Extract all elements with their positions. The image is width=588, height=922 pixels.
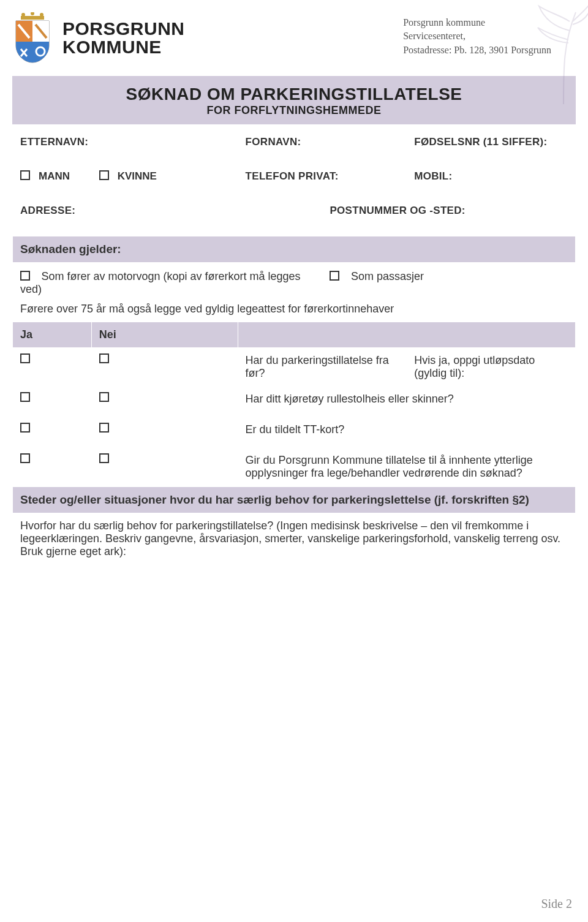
note-75: Førere over 75 år må også legge ved gyld… <box>20 303 394 315</box>
question-1: Har du parkeringstillatelse fra før? <box>246 354 389 379</box>
sender-address: Porsgrunn kommune Servicesenteret, Posta… <box>403 16 551 57</box>
logo: PORSGRUNN KOMMUNE <box>12 12 185 64</box>
page: PORSGRUNN KOMMUNE Porsgrunn kommune Serv… <box>0 0 588 922</box>
checkbox-passasjer[interactable] <box>330 271 339 281</box>
label-mann: MANN <box>39 170 70 183</box>
form-table: ETTERNAVN: FORNAVN: FØDSELSNR (11 SIFFER… <box>12 124 576 832</box>
svg-rect-0 <box>21 16 44 20</box>
label-telefon-privat: TELEFON PRIVAT: <box>246 170 339 182</box>
svg-point-2 <box>31 12 34 15</box>
col-nei: Nei <box>99 328 116 341</box>
prompt-steder: Hvorfor har du særlig behov for parkerin… <box>20 520 560 557</box>
checkbox-q4-ja[interactable] <box>20 453 30 463</box>
checkbox-kvinne[interactable] <box>99 170 109 180</box>
coat-of-arms-icon <box>12 12 53 64</box>
checkbox-q1-ja[interactable] <box>20 353 30 363</box>
form-subtitle: FOR FORFLYTNINGSHEMMEDE <box>18 104 570 117</box>
checkbox-q4-nei[interactable] <box>99 453 109 463</box>
heading-soknaden-gjelder: Søknaden gjelder: <box>20 243 121 255</box>
checkbox-q2-ja[interactable] <box>20 392 30 402</box>
checkbox-mann[interactable] <box>20 170 30 180</box>
label-etternavn: ETTERNAVN: <box>20 136 88 148</box>
label-fodselsnr: FØDSELSNR (11 SIFFER): <box>414 136 547 148</box>
checkbox-q3-nei[interactable] <box>99 423 109 433</box>
sender-line1: Porsgrunn kommune <box>403 16 551 29</box>
svg-point-1 <box>21 13 25 17</box>
sender-line3: Postadresse: Pb. 128, 3901 Porsgrunn <box>403 43 551 57</box>
checkbox-q2-nei[interactable] <box>99 392 109 402</box>
question-3: Er du tildelt TT-kort? <box>246 423 345 436</box>
question-2: Har ditt kjøretøy rullestolheis eller sk… <box>246 393 454 405</box>
label-postnummer: POSTNUMMER OG -STED: <box>330 205 465 216</box>
option-passasjer: Som passasjer <box>351 270 424 282</box>
label-mobil: MOBIL: <box>414 170 452 182</box>
checkbox-q3-ja[interactable] <box>20 423 30 433</box>
question-4: Gir du Porsgrunn Kommune tillatelse til … <box>246 454 533 479</box>
checkbox-q1-nei[interactable] <box>99 353 109 363</box>
col-ja: Ja <box>20 328 32 341</box>
form-title: SØKNAD OM PARKERINGSTILLATELSE <box>18 85 570 104</box>
logo-text-line2: KOMMUNE <box>62 38 185 56</box>
svg-point-3 <box>40 13 43 17</box>
checkbox-forer[interactable] <box>20 271 30 281</box>
option-forer: Som fører av motorvogn (kopi av førerkor… <box>20 270 301 295</box>
logo-text-line1: PORSGRUNN <box>62 20 185 38</box>
question-1-followup: Hvis ja, oppgi utløpsdato (gyldig til): <box>414 354 535 379</box>
label-kvinne: KVINNE <box>118 170 157 183</box>
page-number: Side 2 <box>541 897 572 911</box>
label-adresse: ADRESSE: <box>20 205 75 216</box>
sender-line2: Servicesenteret, <box>403 29 551 43</box>
heading-steder: Steder og/eller situasjoner hvor du har … <box>20 493 529 506</box>
label-fornavn: FORNAVN: <box>246 136 301 148</box>
title-bar: SØKNAD OM PARKERINGSTILLATELSE FOR FORFL… <box>12 76 576 124</box>
